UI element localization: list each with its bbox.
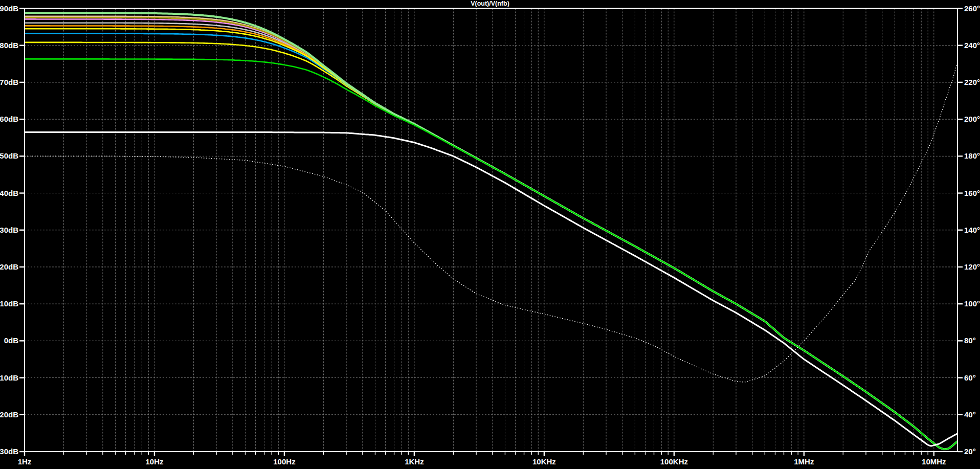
bode-plot-canvas[interactable]: 1Hz10Hz100Hz1KHz10KHz100KHz1MHz10MHz90dB… <box>0 0 980 469</box>
y-right-axis-label: 20° <box>964 447 976 456</box>
y-right-axis-label: 220° <box>964 78 980 86</box>
magnitude-curve-run-green <box>25 59 957 449</box>
y-right-axis-label: 160° <box>964 189 980 197</box>
y-right-axis-label: 60° <box>964 373 976 382</box>
y-right-axis-label: 180° <box>964 151 980 160</box>
y-left-axis-label: 50dB <box>0 151 18 160</box>
y-left-axis-label: 40dB <box>0 189 18 197</box>
y-left-axis-label: 80dB <box>0 41 18 50</box>
y-right-axis-label: 200° <box>964 115 980 123</box>
y-right-axis-label: 80° <box>964 336 976 345</box>
y-left-axis-label: 90dB <box>0 4 18 13</box>
y-left-axis-label: 10dB <box>0 299 18 308</box>
x-axis-label: 100Hz <box>273 457 295 466</box>
x-axis-label: 1MHz <box>794 457 814 466</box>
y-right-axis-label: 100° <box>964 299 980 308</box>
x-axis-label: 10MHz <box>922 457 946 466</box>
magnitude-curve-run-yellow-2 <box>25 42 957 449</box>
y-right-axis-label: 240° <box>964 41 980 50</box>
y-right-axis-label: 40° <box>964 410 976 419</box>
x-axis-label: 100KHz <box>660 457 688 466</box>
y-left-axis-label: 20dB <box>0 262 18 271</box>
y-left-axis-label: 30dB <box>0 226 18 234</box>
phase-curve-white <box>25 62 957 382</box>
y-left-axis-label: 70dB <box>0 78 18 86</box>
y-right-axis-label: 260° <box>964 4 980 13</box>
magnitude-curve-run-orange <box>25 26 957 449</box>
y-left-axis-label: -10dB <box>0 373 18 382</box>
magnitude-curve-run-blue <box>25 34 957 450</box>
magnitude-curve-run-gray <box>25 23 957 450</box>
y-left-axis-label: -20dB <box>0 410 18 419</box>
magnitude-curve-white <box>25 132 957 446</box>
y-right-axis-label: 140° <box>964 226 980 234</box>
y-left-axis-label: -30dB <box>0 447 18 456</box>
magnitude-curve-run-yellow <box>25 29 957 449</box>
y-left-axis-label: 60dB <box>0 115 18 123</box>
x-axis-label: 10Hz <box>145 457 163 466</box>
ltspice-waveform-pane: V(out)/V(nfb) 1Hz10Hz100Hz1KHz10KHz100KH… <box>0 0 980 469</box>
y-right-axis-label: 120° <box>964 262 980 271</box>
x-axis-label: 10KHz <box>532 457 556 466</box>
magnitude-curve-run-tan <box>25 16 957 450</box>
magnitude-curve-run-violet <box>25 19 957 449</box>
magnitude-curve-run-light-green <box>25 13 957 449</box>
y-left-axis-label: 0dB <box>4 336 19 345</box>
x-axis-label: 1KHz <box>405 457 424 466</box>
x-axis-label: 1Hz <box>18 457 32 466</box>
